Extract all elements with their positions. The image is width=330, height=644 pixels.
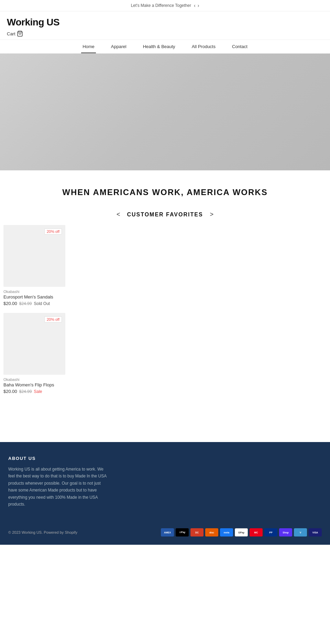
product-card[interactable]: 20% off Okabashi Eurosport Men's Sandals… xyxy=(3,225,65,306)
footer-about: ABOUT US Working US is all about getting… xyxy=(8,456,322,508)
payment-icon-visa: VISA xyxy=(309,528,322,536)
nav-item-home[interactable]: Home xyxy=(81,40,96,53)
product-status-2: Sale xyxy=(34,389,42,394)
nav-item-apparel[interactable]: Apparel xyxy=(110,40,128,53)
product-image-1: 20% off xyxy=(3,225,65,287)
products-section: 20% off Okabashi Eurosport Men's Sandals… xyxy=(0,225,330,415)
product-price-original-1: $24.99 xyxy=(19,301,32,306)
tagline-heading: WHEN AMERICANS WORK, AMERICA WORKS xyxy=(7,188,323,197)
cart-label: Cart xyxy=(7,31,15,36)
product-badge-1: 20% off xyxy=(44,228,62,235)
footer-copyright: © 2023 Working US. Powered by Shopify xyxy=(8,530,77,534)
product-price-row-1: $20.00 $24.99 Sold Out xyxy=(3,301,65,306)
footer-bottom: © 2023 Working US. Powered by Shopify AM… xyxy=(8,528,322,536)
product-image-2: 20% off xyxy=(3,313,65,375)
product-price-current-1: $20.00 xyxy=(3,301,17,306)
product-brand-1: Okabashi xyxy=(3,290,65,294)
site-header: Working US Cart xyxy=(0,11,330,39)
payment-icon-discover: disc xyxy=(205,528,218,536)
favorites-title: CUSTOMER FAVORITES xyxy=(127,212,203,218)
cart-link[interactable]: Cart xyxy=(7,31,323,37)
customer-favorites-header: < CUSTOMER FAVORITES > xyxy=(0,207,330,225)
product-brand-2: Okabashi xyxy=(3,377,65,382)
tagline-section: WHEN AMERICANS WORK, AMERICA WORKS xyxy=(0,170,330,207)
announcement-prev-arrow[interactable]: ‹ xyxy=(194,3,196,8)
nav-item-contact[interactable]: Contact xyxy=(231,40,249,53)
announcement-next-arrow[interactable]: › xyxy=(198,3,199,8)
footer-about-text: Working US is all about getting America … xyxy=(8,466,108,508)
payment-icon-paypal: PP xyxy=(264,528,277,536)
payment-icon-shopay: Shop xyxy=(279,528,292,536)
product-price-row-2: $20.00 $24.99 Sale xyxy=(3,389,65,394)
payment-icons: AMEX ⊹Pay DC disc meta GPay MC PP Shop V… xyxy=(161,528,322,536)
announcement-text: Let's Make a Difference Together xyxy=(131,3,191,8)
payment-icon-meta: meta xyxy=(220,528,233,536)
payment-icon-amex: AMEX xyxy=(161,528,174,536)
product-card[interactable]: 20% off Okabashi Baha Women's Flip Flops… xyxy=(3,313,65,394)
announcement-bar: Let's Make a Difference Together ‹ › xyxy=(0,0,330,11)
footer-about-title: ABOUT US xyxy=(8,456,322,461)
site-footer: ABOUT US Working US is all about getting… xyxy=(0,442,330,545)
payment-icon-googlepay: GPay xyxy=(235,528,248,536)
product-name-2: Baha Women's Flip Flops xyxy=(3,382,65,387)
hero-banner xyxy=(0,54,330,170)
product-name-1: Eurosport Men's Sandals xyxy=(3,294,65,300)
favorites-prev-arrow[interactable]: < xyxy=(117,211,120,218)
favorites-next-arrow[interactable]: > xyxy=(210,211,214,218)
payment-icon-applepay: ⊹Pay xyxy=(176,528,189,536)
payment-icon-mastercard: MC xyxy=(250,528,263,536)
payment-icon-venmo: V xyxy=(294,528,307,536)
site-title: Working US xyxy=(7,17,323,28)
nav-item-health-beauty[interactable]: Health & Beauty xyxy=(142,40,177,53)
main-nav: Home Apparel Health & Beauty All Product… xyxy=(0,39,330,54)
product-status-1: Sold Out xyxy=(34,301,50,306)
product-price-original-2: $24.99 xyxy=(19,389,32,394)
nav-item-all-products[interactable]: All Products xyxy=(190,40,217,53)
product-price-current-2: $20.00 xyxy=(3,389,17,394)
payment-icon-diners: DC xyxy=(190,528,204,536)
announcement-nav: ‹ › xyxy=(194,3,199,8)
cart-icon xyxy=(17,31,23,37)
product-badge-2: 20% off xyxy=(44,316,62,323)
